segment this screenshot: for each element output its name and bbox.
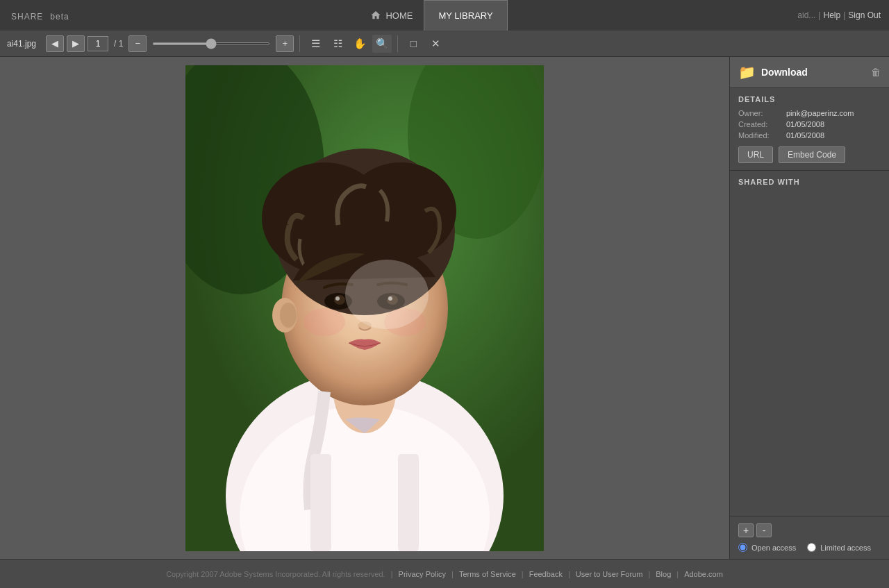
footer-sep3: |: [522, 570, 524, 578]
grid-view-button[interactable]: ☷: [328, 35, 347, 53]
footer-sep2: |: [451, 570, 454, 578]
details-header: DETAILS: [738, 95, 881, 103]
list-view-button[interactable]: ☰: [306, 35, 325, 53]
nav-sep2: |: [843, 10, 845, 20]
nav-right: aid... | Help | Sign Out: [797, 10, 881, 20]
toolbar: ai41.jpg ◀ ▶ / 1 − + ☰ ☷ ✋ 🔍 □ ✕: [0, 31, 889, 57]
logo-share: SHARE: [11, 12, 43, 22]
document-image: [185, 65, 544, 551]
delete-icon[interactable]: 🗑: [871, 67, 881, 78]
access-type-row: Open access Limited access: [738, 543, 881, 552]
action-buttons-row: URL Embed Code: [738, 146, 881, 163]
nav-my-library[interactable]: MY LIBRARY: [424, 0, 507, 31]
sign-out-link[interactable]: Sign Out: [848, 10, 881, 20]
page-total-label: / 1: [114, 39, 123, 49]
svg-rect-22: [310, 454, 331, 551]
copyright-text: Copyright 2007 Adobe Systems Incorporate…: [166, 570, 385, 578]
svg-point-21: [280, 303, 297, 328]
created-row: Created: 01/05/2008: [738, 120, 881, 128]
main-content: 📁 Download 🗑 DETAILS Owner: pink@paperin…: [0, 57, 889, 559]
download-bar[interactable]: 📁 Download 🗑: [730, 57, 889, 88]
svg-point-13: [334, 295, 345, 305]
nav-home-link[interactable]: HOME: [359, 10, 424, 21]
details-section: DETAILS Owner: pink@paperinz.com Created…: [730, 88, 889, 171]
zoom-out-button[interactable]: −: [128, 35, 147, 52]
created-value: 01/05/2008: [786, 120, 824, 128]
toolbar-separator-2: [397, 35, 398, 52]
zoom-slider-container: [152, 42, 270, 45]
close-button[interactable]: ✕: [426, 35, 445, 53]
owner-row: Owner: pink@paperinz.com: [738, 109, 881, 117]
add-button[interactable]: +: [738, 523, 754, 537]
footer-sep6: |: [676, 570, 679, 578]
restore-button[interactable]: □: [404, 35, 423, 53]
svg-point-10: [345, 162, 456, 260]
toolbar-separator-1: [299, 35, 300, 52]
footer-sep1: |: [391, 570, 393, 578]
access-controls: + - Open access Limited access: [730, 516, 889, 559]
svg-point-15: [335, 296, 340, 301]
username: aid...: [797, 10, 815, 20]
owner-value: pink@paperinz.com: [786, 109, 854, 117]
privacy-policy-link[interactable]: Privacy Policy: [399, 570, 446, 578]
svg-point-18: [304, 308, 345, 336]
prev-page-button[interactable]: ◀: [46, 35, 64, 52]
open-access-label: Open access: [751, 544, 796, 552]
modified-label: Modified:: [738, 131, 783, 140]
blog-link[interactable]: Blog: [656, 570, 671, 578]
adobe-link[interactable]: Adobe.com: [684, 570, 723, 578]
home-label: HOME: [385, 10, 413, 21]
feedback-link[interactable]: Feedback: [529, 570, 563, 578]
limited-access-option[interactable]: Limited access: [807, 543, 871, 552]
pan-button[interactable]: ✋: [350, 35, 369, 53]
photo-svg: [185, 65, 544, 551]
zoom-slider[interactable]: [152, 42, 270, 45]
download-label: Download: [761, 67, 865, 78]
svg-point-24: [345, 260, 429, 329]
sidebar: 📁 Download 🗑 DETAILS Owner: pink@paperin…: [729, 57, 889, 559]
embed-code-button[interactable]: Embed Code: [779, 146, 845, 163]
limited-access-label: Limited access: [820, 544, 871, 552]
shared-header: SHARED WITH: [738, 178, 881, 186]
modified-value: 01/05/2008: [786, 131, 824, 140]
filename-label: ai41.jpg: [7, 39, 36, 49]
modified-row: Modified: 01/05/2008: [738, 131, 881, 140]
limited-access-radio[interactable]: [807, 543, 816, 552]
page-number-input[interactable]: [88, 36, 108, 51]
svg-rect-23: [398, 454, 419, 551]
user-to-user-link[interactable]: User to User Forum: [576, 570, 643, 578]
nav-center: HOME MY LIBRARY: [359, 0, 507, 31]
footer-sep5: |: [648, 570, 650, 578]
app-logo: SHARE beta: [8, 8, 69, 23]
nav-sep1: |: [818, 10, 820, 20]
my-library-label: MY LIBRARY: [438, 10, 492, 21]
zoom-in-button[interactable]: +: [276, 35, 294, 52]
zoom-tool-button[interactable]: 🔍: [372, 35, 392, 53]
home-icon: [370, 10, 381, 21]
user-suffix: ...: [808, 10, 815, 20]
owner-label: Owner:: [738, 109, 783, 117]
footer: Copyright 2007 Adobe Systems Incorporate…: [0, 559, 889, 588]
user-text: aid: [797, 10, 808, 20]
footer-sep4: |: [568, 570, 570, 578]
logo-beta: beta: [50, 12, 69, 22]
top-navigation: SHARE beta HOME MY LIBRARY aid... | Help…: [0, 0, 889, 31]
image-area: [0, 57, 729, 559]
download-folder-icon: 📁: [738, 64, 756, 81]
open-access-option[interactable]: Open access: [738, 543, 796, 552]
url-button[interactable]: URL: [738, 146, 773, 163]
terms-of-service-link[interactable]: Terms of Service: [459, 570, 516, 578]
add-remove-row: + -: [738, 523, 881, 537]
remove-button[interactable]: -: [756, 523, 772, 537]
created-label: Created:: [738, 120, 783, 128]
next-page-button[interactable]: ▶: [67, 35, 85, 52]
help-link[interactable]: Help: [823, 10, 840, 20]
shared-section: SHARED WITH: [730, 171, 889, 516]
open-access-radio[interactable]: [738, 543, 747, 552]
